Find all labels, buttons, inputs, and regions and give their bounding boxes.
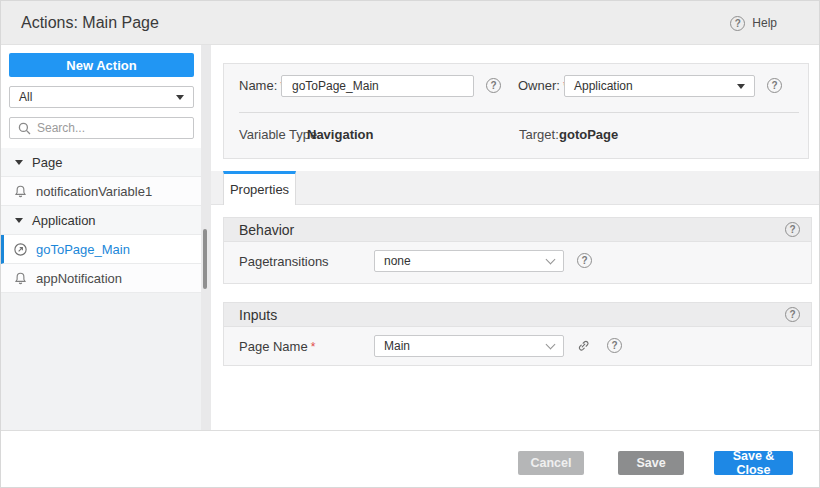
page-name-select[interactable]: Main: [374, 335, 564, 357]
pagetransitions-label: Pagetransitions: [239, 254, 329, 269]
header: Actions: Main Page ? Help: [1, 1, 820, 45]
help-label: Help: [752, 16, 777, 30]
target-label: Target:: [519, 127, 559, 142]
footer-bar: Cancel Save Save & Close: [1, 430, 820, 488]
chevron-down-icon: [176, 95, 184, 100]
help-button[interactable]: ? Help: [730, 1, 777, 45]
name-help-icon[interactable]: ?: [486, 78, 501, 93]
behavior-help-icon[interactable]: ?: [785, 222, 800, 237]
behavior-section-title: Behavior: [239, 222, 294, 238]
help-icon: ?: [730, 16, 745, 31]
filter-select[interactable]: All: [9, 86, 194, 108]
notification-icon: [13, 184, 28, 199]
chevron-down-icon: [546, 255, 556, 265]
sidebar: New Action All Page notificationVariable…: [1, 45, 201, 430]
tree-item-gotopage-main[interactable]: goToPage_Main: [1, 235, 201, 264]
chevron-down-icon: [737, 84, 745, 89]
tree-item-label: appNotification: [36, 271, 122, 286]
owner-help-icon[interactable]: ?: [767, 78, 782, 93]
page-name-help-icon[interactable]: ?: [607, 338, 622, 353]
main-content: Name:* ? Owner:* Application ? Variable …: [211, 45, 820, 430]
name-input[interactable]: [281, 75, 474, 97]
tree-group-application[interactable]: Application: [1, 206, 201, 235]
page-name-label: Page Name*: [239, 339, 315, 354]
inputs-help-icon[interactable]: ?: [785, 307, 800, 322]
search-icon: [18, 122, 31, 135]
variable-type-value: Navigation: [307, 127, 373, 142]
pagetransitions-row: Pagetransitions none ?: [224, 242, 811, 307]
inputs-section-header: Inputs ?: [224, 303, 811, 327]
search-input[interactable]: [37, 121, 167, 135]
search-box: [9, 117, 194, 139]
owner-select-value: Application: [574, 79, 633, 93]
expander-icon[interactable]: [15, 160, 23, 165]
behavior-section-header: Behavior ?: [224, 218, 811, 242]
sidebar-scrollbar-thumb[interactable]: [203, 229, 207, 289]
tree-item-label: notificationVariable1: [36, 184, 152, 199]
pagetransitions-select[interactable]: none: [374, 250, 564, 272]
pagetransitions-select-value: none: [384, 254, 411, 268]
tab-properties[interactable]: Properties: [223, 171, 296, 205]
expander-icon[interactable]: [15, 218, 23, 223]
owner-select[interactable]: Application: [564, 75, 755, 97]
chevron-down-icon: [546, 340, 556, 350]
tree-group-page[interactable]: Page: [1, 148, 201, 177]
sidebar-scrollbar-track: [201, 45, 211, 430]
tree-item-notificationvariable1[interactable]: notificationVariable1: [1, 177, 201, 206]
cancel-button[interactable]: Cancel: [518, 451, 584, 475]
actions-editor-window: Actions: Main Page ? Help New Action All…: [0, 0, 820, 488]
pagetransitions-help-icon[interactable]: ?: [577, 253, 592, 268]
goto-page-icon: [13, 242, 28, 257]
save-button[interactable]: Save: [618, 451, 684, 475]
action-summary-panel: Name:* ? Owner:* Application ? Variable …: [223, 63, 809, 159]
required-marker: *: [311, 340, 316, 354]
tree-item-appnotification[interactable]: appNotification: [1, 264, 201, 293]
save-and-close-button[interactable]: Save & Close: [714, 451, 793, 475]
page-name-row: Page Name* Main ?: [224, 327, 811, 389]
inputs-section: Inputs ? Page Name* Main ?: [223, 302, 812, 366]
tree-item-label: goToPage_Main: [36, 242, 130, 257]
tree-group-label: Page: [32, 155, 62, 170]
actions-tree: Page notificationVariable1 Application g…: [1, 148, 201, 293]
behavior-section: Behavior ? Pagetransitions none ?: [223, 217, 812, 284]
panel-divider: [239, 112, 799, 113]
page-title: Actions: Main Page: [1, 14, 159, 32]
name-label: Name:*: [239, 78, 285, 93]
filter-select-value: All: [19, 90, 32, 104]
owner-label: Owner:*: [518, 78, 568, 93]
tab-strip: Properties: [211, 171, 820, 205]
tree-group-label: Application: [32, 213, 96, 228]
notification-icon: [13, 271, 28, 286]
inputs-section-title: Inputs: [239, 307, 277, 323]
sidebar-empty-area: [1, 293, 201, 430]
new-action-button[interactable]: New Action: [9, 53, 194, 77]
bind-link-icon[interactable]: [574, 336, 592, 354]
page-name-select-value: Main: [384, 339, 410, 353]
target-value: gotoPage: [559, 127, 618, 142]
